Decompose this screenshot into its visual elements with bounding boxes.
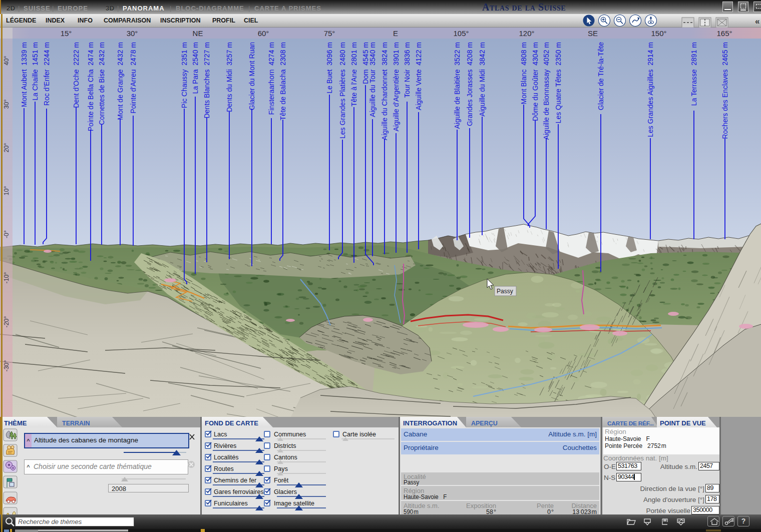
svg-text:Glacier de Tré-la-Tête: Glacier de Tré-la-Tête	[597, 42, 605, 110]
svg-text:La Chaille 1451 m: La Chaille 1451 m	[31, 42, 39, 101]
svg-text:Aiguille Verte 4122 m: Aiguille Verte 4122 m	[415, 42, 423, 110]
svg-text:-0°: -0°	[3, 230, 10, 238]
svg-text:Aiguille du Tour 3540 m: Aiguille du Tour 3540 m	[368, 42, 376, 117]
svg-text:Mont Aubert 1339 m: Mont Aubert 1339 m	[20, 42, 28, 107]
svg-text:Aiguille de Blaitière 3522 m: Aiguille de Blaitière 3522 m	[453, 42, 461, 129]
svg-text:Dents du Midi 3257 m: Dents du Midi 3257 m	[225, 42, 233, 112]
svg-text:-30°: -30°	[3, 360, 10, 371]
svg-text:30°: 30°	[3, 100, 10, 109]
svg-text:Glacier du Mont Ruan: Glacier du Mont Ruan	[248, 42, 256, 110]
svg-text:10°: 10°	[3, 186, 10, 196]
svg-text:Les Grandes Platières 2480 m: Les Grandes Platières 2480 m	[338, 42, 346, 139]
svg-text:Aiguille d'Argentière 3901 m: Aiguille d'Argentière 3901 m	[392, 42, 400, 132]
svg-text:Aiguille du Chardonnet 3824 m: Aiguille du Chardonnet 3824 m	[380, 42, 389, 140]
svg-text:Pointe d'Arreu 2478 m: Pointe d'Arreu 2478 m	[129, 42, 137, 114]
svg-text:La Terrasse 2891 m: La Terrasse 2891 m	[690, 42, 698, 106]
svg-text:Finsteraarhorn 4274 m: Finsteraarhorn 4274 m	[267, 42, 275, 115]
svg-text:Mont Blanc 4808 m: Mont Blanc 4808 m	[520, 42, 528, 105]
svg-text:Dents Blanches 2727 m: Dents Blanches 2727 m	[203, 42, 211, 119]
svg-text:Tête à l'Ane 2801 m: Tête à l'Ane 2801 m	[350, 42, 358, 107]
svg-text:Tour Noir 3836 m: Tour Noir 3836 m	[403, 42, 411, 98]
svg-text:20°: 20°	[3, 143, 10, 153]
svg-text:Mont de Grange 2432 m: Mont de Grange 2432 m	[116, 42, 124, 120]
svg-text:40°: 40°	[3, 56, 10, 66]
svg-text:Dôme du Goûter 4304 m: Dôme du Goûter 4304 m	[531, 42, 539, 121]
svg-text:Dent d'Oche 2222 m: Dent d'Oche 2222 m	[72, 42, 80, 108]
svg-text:Cornettes de Bise 2432 m: Cornettes de Bise 2432 m	[98, 42, 106, 125]
svg-text:-10°: -10°	[3, 272, 10, 283]
svg-text:Aiguille du Midi 3842 m: Aiguille du Midi 3842 m	[478, 42, 486, 117]
svg-text:Passy: Passy	[497, 288, 513, 295]
svg-text:Aiguille de Bionnassay 4052 m: Aiguille de Bionnassay 4052 m	[542, 42, 550, 140]
svg-text:-20°: -20°	[3, 316, 10, 327]
svg-text:Pic Chaussy 2351 m: Pic Chaussy 2351 m	[180, 42, 188, 108]
svg-text:Les Grandes Aiguilles 2914 m: Les Grandes Aiguilles 2914 m	[646, 42, 654, 137]
svg-text:Rochers des Enclaves 2465 m: Rochers des Enclaves 2465 m	[721, 42, 729, 139]
svg-text:Pointe de Bella Cha 2474 m: Pointe de Bella Cha 2474 m	[87, 42, 95, 131]
svg-text:Tête de Balacha 2308 m: Tête de Balacha 2308 m	[279, 42, 287, 120]
svg-text:Les Quatre Têtes 2350 m: Les Quatre Têtes 2350 m	[554, 42, 562, 123]
svg-text:«: «	[755, 17, 759, 26]
svg-text:Le Buet 3096 m: Le Buet 3096 m	[325, 42, 333, 94]
svg-text:Grandes Jorasses 4208 m: Grandes Jorasses 4208 m	[466, 42, 474, 126]
svg-text:Roc d'Enfer 2244 m: Roc d'Enfer 2244 m	[43, 42, 51, 106]
svg-text:La Para 2540 m: La Para 2540 m	[191, 42, 199, 94]
